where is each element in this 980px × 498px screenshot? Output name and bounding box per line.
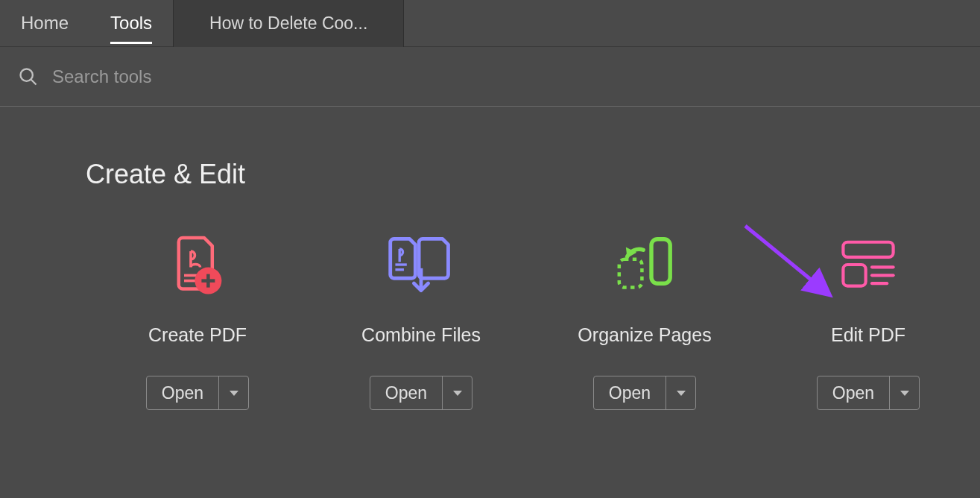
tool-name: Organize Pages — [578, 324, 711, 346]
section-title: Create & Edit — [86, 159, 980, 190]
open-button[interactable]: Open — [818, 376, 889, 409]
open-button[interactable]: Open — [594, 376, 666, 409]
tool-name: Edit PDF — [831, 324, 905, 346]
svg-rect-11 — [619, 259, 642, 288]
tool-edit-pdf[interactable]: Edit PDF Open — [756, 227, 980, 410]
create-pdf-icon — [160, 227, 235, 302]
document-tab[interactable]: How to Delete Coo... — [173, 0, 404, 47]
open-dropdown[interactable] — [889, 376, 919, 409]
search-bar — [0, 47, 980, 107]
tool-organize-pages[interactable]: Organize Pages Open — [533, 227, 756, 410]
tools-tab[interactable]: Tools — [89, 0, 173, 47]
svg-point-0 — [21, 69, 33, 81]
content-area: Create & Edit Create PDF Open — [0, 107, 980, 410]
home-tab[interactable]: Home — [0, 0, 89, 47]
tools-grid: Create PDF Open Combine — [86, 227, 980, 410]
chevron-down-icon — [677, 391, 686, 396]
tab-bar: Home Tools How to Delete Coo... — [0, 0, 980, 47]
open-button-group: Open — [146, 376, 249, 410]
open-dropdown[interactable] — [442, 376, 472, 409]
open-button[interactable]: Open — [370, 376, 442, 409]
combine-files-icon — [384, 227, 458, 302]
chevron-down-icon — [900, 391, 909, 396]
search-icon — [18, 66, 39, 87]
edit-pdf-icon — [831, 227, 905, 302]
chevron-down-icon — [453, 391, 462, 396]
organize-pages-icon — [607, 227, 682, 302]
open-button-group: Open — [370, 376, 472, 410]
tool-name: Combine Files — [361, 324, 481, 346]
svg-rect-12 — [843, 242, 893, 257]
open-button[interactable]: Open — [147, 376, 218, 409]
tool-combine-files[interactable]: Combine Files Open — [309, 227, 533, 410]
svg-rect-10 — [651, 239, 670, 283]
tool-name: Create PDF — [148, 324, 247, 346]
open-dropdown[interactable] — [666, 376, 695, 409]
open-button-group: Open — [593, 376, 696, 410]
open-button-group: Open — [817, 376, 920, 410]
chevron-down-icon — [230, 391, 238, 396]
svg-line-1 — [31, 79, 37, 84]
svg-rect-13 — [843, 265, 865, 286]
open-dropdown[interactable] — [218, 376, 248, 409]
search-input[interactable] — [52, 66, 962, 87]
tool-create-pdf[interactable]: Create PDF Open — [86, 227, 309, 410]
